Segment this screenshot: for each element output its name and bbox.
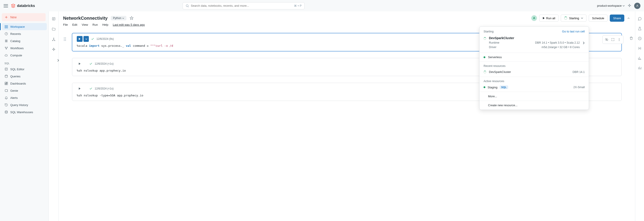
- collapse-panel-icon[interactable]: [626, 16, 630, 20]
- history-icon: [4, 103, 8, 107]
- cluster-dropdown: Starting Go to last run cell DevSparkClu…: [479, 26, 589, 110]
- cell-timestamp: 12/6/2024 (<1s): [95, 62, 114, 65]
- search-shortcut: ⌘ + P: [294, 4, 302, 8]
- dd-active-item[interactable]: StagingSQL2X-Small: [480, 84, 589, 92]
- menu-help[interactable]: Help: [102, 23, 108, 26]
- right-rail: [635, 12, 644, 221]
- menu-view[interactable]: View: [82, 23, 88, 26]
- brand-logo[interactable]: databricks: [11, 3, 35, 8]
- notebook-title[interactable]: NetworkConnectivity: [63, 16, 108, 21]
- svg-point-22: [65, 38, 66, 38]
- spinner-icon: [484, 71, 486, 73]
- star-icon[interactable]: [130, 16, 134, 20]
- sparkle-gutter-icon[interactable]: [52, 48, 56, 52]
- svg-rect-15: [5, 90, 8, 92]
- nav-queries[interactable]: Queries: [2, 73, 47, 80]
- dd-attached-cluster[interactable]: DevSparkCluster RuntimeDBR 14.1 • Spark …: [480, 35, 589, 53]
- svg-rect-12: [6, 82, 8, 83]
- nav-recents[interactable]: Recents: [2, 30, 47, 37]
- cell-more-icon[interactable]: [616, 36, 622, 43]
- spinner-icon: [564, 16, 567, 20]
- cell-run-button[interactable]: [77, 86, 82, 92]
- svg-point-23: [64, 39, 65, 40]
- nav-dashboards[interactable]: Dashboards: [2, 80, 47, 87]
- collaborator-avatar[interactable]: A: [531, 15, 537, 21]
- svg-point-30: [619, 40, 620, 41]
- dd-serverless[interactable]: Serverless: [480, 53, 589, 62]
- svg-point-0: [186, 4, 188, 6]
- nav-sql-editor[interactable]: SQL Editor: [2, 66, 47, 73]
- cluster-status-button[interactable]: Starting: [561, 14, 586, 22]
- svg-point-10: [5, 75, 8, 76]
- cell-run-button[interactable]: [77, 61, 82, 67]
- status-dot-icon: [484, 56, 485, 58]
- svg-rect-2: [6, 26, 8, 26]
- dd-create-resource[interactable]: Create new resource...: [480, 101, 589, 110]
- nav-workspace[interactable]: Workspace: [2, 23, 47, 30]
- sql-section-label: SQL: [2, 59, 47, 66]
- hide-output-icon[interactable]: [604, 36, 610, 43]
- nav-genie[interactable]: Genie: [2, 87, 47, 94]
- svg-point-19: [52, 40, 53, 41]
- dashboards-icon: [4, 82, 8, 85]
- play-icon: [78, 88, 81, 90]
- expand-icon[interactable]: [610, 36, 616, 43]
- cell-run-button[interactable]: [77, 36, 82, 42]
- cell-run-menu[interactable]: [84, 36, 89, 42]
- global-search[interactable]: ⌘ + P: [182, 2, 304, 10]
- user-avatar[interactable]: A: [634, 3, 640, 9]
- dd-status-label: Starting: [484, 30, 494, 33]
- play-icon: [78, 63, 81, 65]
- revision-history-icon[interactable]: [638, 36, 642, 40]
- workspace-selector[interactable]: product-workspace: [597, 4, 625, 8]
- nav-workflows[interactable]: Workflows: [2, 44, 47, 52]
- menu-file[interactable]: File: [63, 23, 68, 26]
- sidebar: New Workspace Recents Catalog Workflows …: [0, 12, 48, 221]
- chart-icon[interactable]: [638, 56, 642, 60]
- share-button[interactable]: Share: [610, 14, 624, 22]
- play-icon: [543, 17, 545, 19]
- menu-edit[interactable]: Edit: [72, 23, 77, 26]
- svg-point-28: [619, 38, 620, 39]
- cell-timestamp: 12/6/2024 (<1s): [95, 87, 114, 90]
- plus-icon: [4, 16, 8, 19]
- svg-point-8: [6, 49, 7, 50]
- run-all-button[interactable]: Run all: [539, 14, 558, 22]
- svg-point-21: [64, 38, 65, 38]
- assistant-icon[interactable]: [628, 4, 632, 8]
- comments-icon[interactable]: [638, 17, 642, 21]
- go-to-last-run-link[interactable]: Go to last run cell: [562, 30, 585, 33]
- last-edit-link[interactable]: Last edit was 5 days ago: [113, 23, 145, 26]
- chevron-down-icon: [85, 38, 87, 40]
- hamburger-menu[interactable]: [4, 4, 8, 8]
- nav-catalog[interactable]: Catalog: [2, 37, 47, 44]
- schema-icon[interactable]: [52, 37, 56, 42]
- nav-alerts[interactable]: Alerts: [2, 94, 47, 101]
- brand-text: databricks: [17, 4, 35, 8]
- dd-cluster-name: DevSparkCluster: [489, 36, 580, 40]
- clock-icon: [4, 32, 8, 36]
- variables-icon[interactable]: [638, 46, 642, 50]
- new-button[interactable]: New: [2, 13, 46, 21]
- nav-query-history[interactable]: Query History: [2, 101, 47, 108]
- svg-rect-1: [5, 26, 6, 26]
- data-profile-icon[interactable]: [638, 66, 642, 70]
- delete-cell-icon[interactable]: [629, 36, 633, 40]
- schedule-button[interactable]: Schedule: [589, 14, 608, 22]
- check-icon: [89, 87, 92, 90]
- databricks-icon: [11, 3, 16, 8]
- nav-sql-warehouses[interactable]: SQL Warehouses: [2, 108, 47, 116]
- search-input[interactable]: [191, 4, 292, 8]
- dd-more[interactable]: More...: [480, 92, 589, 101]
- toc-icon[interactable]: [52, 17, 56, 21]
- play-icon: [78, 38, 81, 40]
- editor-icon: [4, 67, 8, 71]
- nav-compute[interactable]: Compute: [2, 52, 47, 59]
- dd-recent-item[interactable]: DevSparkClusterDBR 14.1: [480, 68, 589, 77]
- folder-icon[interactable]: [52, 27, 56, 31]
- menu-run[interactable]: Run: [92, 23, 98, 26]
- drag-handle-icon[interactable]: [64, 37, 66, 41]
- language-selector[interactable]: Python: [111, 16, 126, 20]
- experiment-icon[interactable]: [638, 26, 642, 31]
- status-dot-icon: [484, 86, 485, 88]
